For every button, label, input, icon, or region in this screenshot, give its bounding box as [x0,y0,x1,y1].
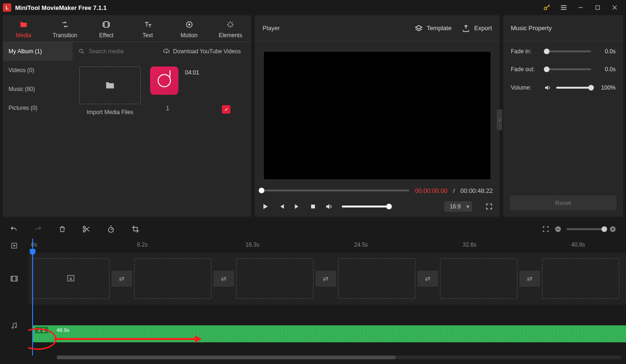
transition-slot[interactable]: ⇄ [315,271,336,287]
tab-motion[interactable]: Motion [169,20,210,39]
fadein-slider[interactable] [544,50,591,52]
timeline-tracks[interactable]: 0s 8.2s 16.3s 24.5s 32.6s 40.8s ⇄ ⇄ ⇄ ⇄ … [28,239,626,360]
next-frame-button[interactable] [294,203,301,210]
media-duration: 04:01 [185,69,199,76]
redo-button[interactable] [34,225,42,233]
volume-label: Volume: [511,84,540,91]
volume-slider[interactable] [342,206,389,207]
fit-zoom-button[interactable] [542,225,550,233]
media-index: 1 [128,105,207,112]
template-icon [415,24,423,33]
upgrade-key-icon[interactable] [538,0,555,15]
prev-frame-button[interactable] [278,203,285,210]
svg-rect-16 [612,228,613,231]
audio-clip[interactable]: ♪ 1 48.9s [33,325,626,342]
close-icon[interactable] [606,0,623,15]
speed-button[interactable] [107,225,115,233]
prop-volume-slider[interactable] [556,87,591,89]
empty-clip-slot[interactable] [338,258,415,299]
empty-clip-slot[interactable] [542,258,619,299]
sidebar-item-pictures[interactable]: Pictures (0) [3,99,73,117]
app-title: MiniTool MovieMaker Free 7.1.1 [15,4,107,11]
music-note-icon [158,74,171,87]
sidebar-item-videos[interactable]: Videos (0) [3,61,73,80]
elements-icon [226,20,235,29]
split-button[interactable] [82,225,91,233]
playhead[interactable] [32,239,33,356]
transition-slot[interactable]: ⇄ [111,271,132,287]
panel-collapse-handle[interactable]: › [497,109,502,130]
video-track[interactable]: ⇄ ⇄ ⇄ ⇄ ⇄ [28,253,626,305]
minimize-icon[interactable] [572,0,589,15]
preview-viewport[interactable] [264,52,491,179]
fullscreen-icon[interactable] [485,203,493,210]
tab-effect[interactable]: Effect [85,20,127,39]
timeline-ruler[interactable]: 0s 8.2s 16.3s 24.5s 32.6s 40.8s [28,239,626,253]
media-item[interactable]: ✓ 04:01 1 [150,66,207,112]
stop-button[interactable] [310,203,316,210]
delete-button[interactable] [59,225,66,233]
search-input[interactable] [89,48,145,55]
tab-label: Effect [99,32,113,39]
svg-rect-1 [596,6,600,9]
svg-rect-4 [109,23,110,26]
empty-clip-slot[interactable] [440,258,517,299]
tab-label: Media [16,32,31,39]
transition-slot[interactable]: ⇄ [213,271,234,287]
zoom-out-button[interactable] [554,225,562,233]
waveform [33,325,626,342]
crop-button[interactable] [131,225,140,233]
svg-point-7 [79,49,83,52]
fadein-label: Fade in: [511,48,540,55]
aspect-ratio-select[interactable]: 16:9 [444,201,472,212]
clip-length: 48.9s [57,327,69,333]
scrub-slider[interactable] [262,190,409,191]
audio-thumbnail [150,66,178,95]
video-track-icon [0,253,28,305]
sidebar-item-album[interactable]: My Album (1) [3,42,73,61]
fadeout-slider[interactable] [544,68,591,70]
svg-rect-2 [104,22,109,27]
timeline: 0s 8.2s 16.3s 24.5s 32.6s 40.8s ⇄ ⇄ ⇄ ⇄ … [0,217,626,360]
svg-rect-3 [103,23,104,26]
tab-media[interactable]: Media [3,20,44,39]
empty-clip-slot[interactable] [32,258,110,299]
reset-button[interactable]: Reset [510,195,617,210]
zoom-in-button[interactable] [609,225,617,233]
text-icon [143,20,152,29]
speaker-icon [544,84,551,91]
svg-point-0 [544,7,547,9]
timeline-scrollbar[interactable] [57,356,621,359]
transition-slot[interactable]: ⇄ [417,271,438,287]
media-panel: Media Transition Effect Text [3,15,251,217]
download-youtube-link[interactable]: Download YouTube Videos [163,48,241,55]
audio-track[interactable]: ♪ 1 48.9s [28,305,626,347]
audio-track-icon [0,305,28,347]
effect-icon [102,20,110,29]
svg-rect-18 [11,276,17,281]
volume-icon[interactable] [325,202,333,211]
play-button[interactable] [262,203,269,210]
motion-icon [185,20,194,29]
maximize-icon[interactable] [589,0,606,15]
add-track-button[interactable] [0,239,28,253]
fadeout-label: Fade out: [511,66,540,73]
undo-button[interactable] [9,225,18,233]
tab-label: Elements [219,32,242,39]
tab-elements[interactable]: Elements [210,20,251,39]
export-button[interactable]: Export [462,24,492,33]
transition-slot[interactable]: ⇄ [519,271,540,287]
zoom-slider[interactable] [567,228,604,230]
top-tabs: Media Transition Effect Text [3,15,251,42]
add-folder-icon [104,80,116,91]
tab-transition[interactable]: Transition [44,20,86,39]
template-button[interactable]: Template [415,24,452,33]
sidebar-item-music[interactable]: Music (80) [3,80,73,99]
hamburger-menu-icon[interactable] [555,0,572,15]
fadein-value: 0.0s [595,48,616,55]
empty-clip-slot[interactable] [236,258,313,299]
tab-label: Transition [52,32,77,39]
ruler-tick: 24.5s [354,241,368,248]
tab-text[interactable]: Text [127,20,169,39]
empty-clip-slot[interactable] [134,258,211,299]
